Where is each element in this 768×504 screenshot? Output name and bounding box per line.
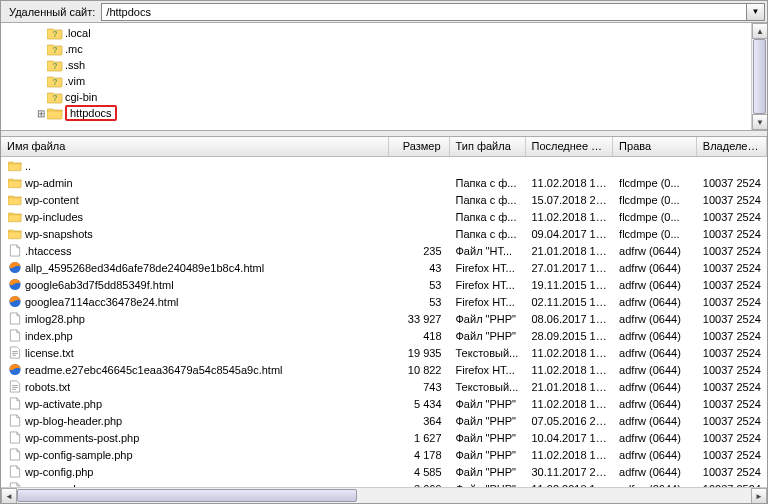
file-date: 11.02.2018 1:21:... [525, 398, 613, 410]
tree-node-cgi-bin[interactable]: ?cgi-bin [7, 89, 767, 105]
scroll-down-icon[interactable]: ▼ [752, 114, 767, 130]
file-row[interactable]: wp-config-sample.php4 178Файл "PHP"11.02… [1, 446, 767, 463]
file-type: Файл "PHP" [450, 432, 526, 444]
col-type[interactable]: Тип файла [450, 137, 526, 156]
svg-text:?: ? [52, 29, 58, 39]
file-owner: 10037 2524 [697, 466, 767, 478]
file-date: 10.04.2017 11:4... [525, 432, 613, 444]
file-row[interactable]: readme.e27ebc46645c1eaa36479a54c8545a9c.… [1, 361, 767, 378]
ftp-window: Удаленный сайт: ▼ ?.local?.mc?.ssh?.vim?… [0, 0, 768, 504]
file-owner: 10037 2524 [697, 245, 767, 257]
tree-scrollbar[interactable]: ▲ ▼ [751, 23, 767, 130]
col-owner[interactable]: Владелец/Г... [697, 137, 767, 156]
file-perm: adfrw (0644) [613, 313, 697, 325]
file-owner: 10037 2524 [697, 432, 767, 444]
file-row[interactable]: .htaccess235Файл "HT...21.01.2018 13:0..… [1, 242, 767, 259]
expand-icon[interactable]: ⊞ [35, 108, 47, 119]
file-type: Файл "PHP" [450, 398, 526, 410]
file-perm: adfrw (0644) [613, 381, 697, 393]
file-row[interactable]: googlea7114acc36478e24.html53Firefox HT.… [1, 293, 767, 310]
col-perm[interactable]: Права [613, 137, 697, 156]
scroll-up-icon[interactable]: ▲ [752, 23, 767, 39]
col-name[interactable]: Имя файла [1, 137, 389, 156]
file-row[interactable]: wp-adminПапка с ф...11.02.2018 1:21:...f… [1, 174, 767, 191]
file-size: 53 [389, 279, 450, 291]
file-row[interactable]: wp-blog-header.php364Файл "PHP"07.05.201… [1, 412, 767, 429]
tree-node-local[interactable]: ?.local [7, 25, 767, 41]
file-perm: flcdmpe (0... [613, 177, 697, 189]
file-type: Firefox HT... [450, 262, 526, 274]
scroll-thumb[interactable] [753, 39, 766, 114]
directory-tree[interactable]: ?.local?.mc?.ssh?.vim?cgi-bin⊞httpdocs ▲… [1, 23, 767, 131]
tree-node-ssh[interactable]: ?.ssh [7, 57, 767, 73]
column-headers: Имя файла Размер Тип файла Последнее из.… [1, 137, 767, 157]
tree-node-mc[interactable]: ?.mc [7, 41, 767, 57]
txt-icon [7, 380, 23, 394]
txt-icon [7, 346, 23, 360]
file-owner: 10037 2524 [697, 177, 767, 189]
file-row[interactable]: wp-comments-post.php1 627Файл "PHP"10.04… [1, 429, 767, 446]
file-row[interactable]: .. [1, 157, 767, 174]
file-name: wp-config-sample.php [25, 449, 133, 461]
col-date[interactable]: Последнее из... [526, 137, 614, 156]
file-rows: ..wp-adminПапка с ф...11.02.2018 1:21:..… [1, 157, 767, 487]
file-name: license.txt [25, 347, 74, 359]
file-date: 08.06.2017 16:3... [525, 313, 613, 325]
file-date: 21.01.2018 14:2... [525, 381, 613, 393]
file-type: Папка с ф... [450, 211, 526, 223]
folder-icon [7, 227, 23, 241]
file-date: 27.01.2017 15:2... [525, 262, 613, 274]
path-dropdown-button[interactable]: ▼ [747, 3, 765, 21]
file-owner: 10037 2524 [697, 347, 767, 359]
file-date: 19.11.2015 13:2... [525, 279, 613, 291]
file-row[interactable]: wp-activate.php5 434Файл "PHP"11.02.2018… [1, 395, 767, 412]
file-owner: 10037 2524 [697, 364, 767, 376]
php-icon [7, 397, 23, 411]
file-row[interactable]: google6ab3d7f5dd85349f.html53Firefox HT.… [1, 276, 767, 293]
tree-label: .local [65, 27, 91, 39]
file-row[interactable]: wp-snapshotsПапка с ф...09.04.2017 15:0.… [1, 225, 767, 242]
tree-node-vim[interactable]: ?.vim [7, 73, 767, 89]
file-row[interactable]: imlog28.php33 927Файл "PHP"08.06.2017 16… [1, 310, 767, 327]
file-type: Файл "PHP" [450, 330, 526, 342]
horizontal-scrollbar[interactable]: ◄ ► [1, 487, 767, 503]
folder-question-icon: ? [47, 58, 63, 72]
file-row[interactable]: license.txt19 935Текстовый...11.02.2018 … [1, 344, 767, 361]
file-owner: 10037 2524 [697, 398, 767, 410]
file-owner: 10037 2524 [697, 279, 767, 291]
file-row[interactable]: wp-config.php4 585Файл "PHP"30.11.2017 2… [1, 463, 767, 480]
file-perm: adfrw (0644) [613, 262, 697, 274]
file-row[interactable]: allp_4595268ed34d6afe78de240489e1b8c4.ht… [1, 259, 767, 276]
file-name: wp-comments-post.php [25, 432, 139, 444]
file-size: 235 [389, 245, 450, 257]
scroll-left-icon[interactable]: ◄ [1, 488, 17, 503]
file-perm: adfrw (0644) [613, 398, 697, 410]
file-row[interactable]: robots.txt743Текстовый...21.01.2018 14:2… [1, 378, 767, 395]
file-perm: flcdmpe (0... [613, 211, 697, 223]
file-date: 11.02.2018 1:21:... [525, 211, 613, 223]
file-perm: adfrw (0644) [613, 415, 697, 427]
scroll-thumb-h[interactable] [17, 489, 357, 502]
file-type: Файл "PHP" [450, 415, 526, 427]
file-type: Firefox HT... [450, 279, 526, 291]
file-perm: adfrw (0644) [613, 466, 697, 478]
php-icon [7, 312, 23, 326]
file-size: 43 [389, 262, 450, 274]
file-name: wp-blog-header.php [25, 415, 122, 427]
file-owner: 10037 2524 [697, 194, 767, 206]
file-date: 11.02.2018 1:21:... [525, 449, 613, 461]
remote-path-input[interactable] [101, 3, 747, 21]
scroll-right-icon[interactable]: ► [751, 488, 767, 503]
file-name: imlog28.php [25, 313, 85, 325]
file-row[interactable]: index.php418Файл "PHP"28.09.2015 19:1...… [1, 327, 767, 344]
file-type: Папка с ф... [450, 228, 526, 240]
file-date: 30.11.2017 2:19:... [525, 466, 613, 478]
col-size[interactable]: Размер [389, 137, 450, 156]
file-name: wp-includes [25, 211, 83, 223]
svg-text:?: ? [52, 45, 58, 55]
folder-icon [7, 210, 23, 224]
file-row[interactable]: wp-cron.php3 669Файл "PHP"11.02.2018 1:2… [1, 480, 767, 487]
file-row[interactable]: wp-contentПапка с ф...15.07.2018 21:4...… [1, 191, 767, 208]
file-row[interactable]: wp-includesПапка с ф...11.02.2018 1:21:.… [1, 208, 767, 225]
tree-node-httpdocs[interactable]: ⊞httpdocs [7, 105, 767, 121]
